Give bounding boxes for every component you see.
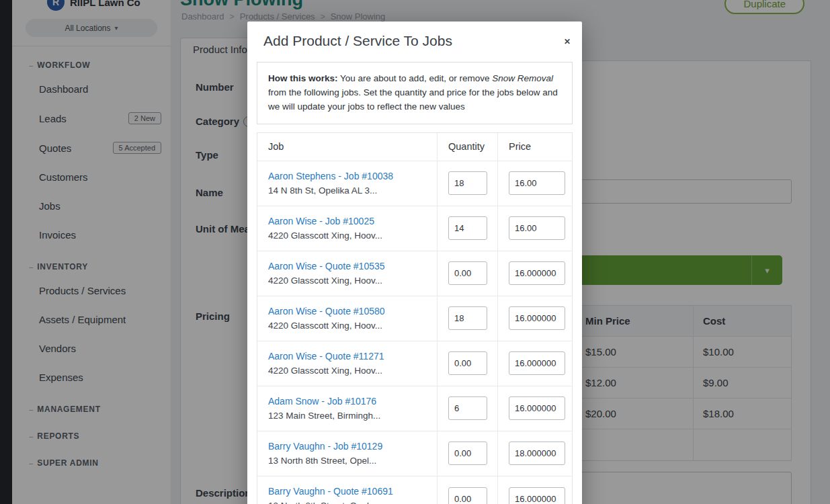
quantity-input[interactable] — [448, 351, 487, 375]
table-row: Aaron Wise - Quote #10535 4220 Glasscott… — [257, 251, 572, 296]
job-link[interactable]: Barry Vaughn - Quote #10691 — [268, 485, 393, 497]
job-address: 4220 Glasscott Xing, Hoov... — [268, 364, 431, 377]
quantity-input[interactable] — [448, 487, 487, 504]
col-quantity: Quantity — [438, 133, 498, 161]
modal-title: Add Product / Service To Jobs — [263, 33, 566, 49]
quantity-input[interactable] — [448, 216, 487, 240]
quantity-input[interactable] — [448, 442, 487, 465]
job-link[interactable]: Adam Snow - Job #10176 — [268, 395, 376, 407]
job-link[interactable]: Aaron Wise - Job #10025 — [268, 215, 374, 227]
jobs-table: Job Quantity Price Aaron Stephens - Job … — [257, 132, 573, 504]
job-link[interactable]: Aaron Stephens - Job #10038 — [268, 170, 393, 182]
price-input[interactable] — [509, 487, 565, 504]
how-this-works-note: How this works: You are about to add, ed… — [257, 62, 573, 124]
col-price: Price — [498, 133, 572, 161]
note-lead: How this works: — [268, 73, 338, 83]
jobs-table-header: Job Quantity Price — [257, 133, 572, 161]
price-input[interactable] — [509, 216, 565, 240]
price-input[interactable] — [509, 306, 565, 330]
table-row: Adam Snow - Job #10176 123 Main Street, … — [257, 386, 572, 431]
job-address: 4220 Glasscott Xing, Hoov... — [268, 319, 431, 332]
table-row: Aaron Wise - Quote #11271 4220 Glasscott… — [257, 341, 572, 386]
col-job: Job — [257, 133, 438, 161]
app-root: R RIIPL Lawn Co All Locations ▾ -- WORKF… — [0, 0, 830, 504]
close-icon[interactable]: ✕ — [564, 38, 571, 46]
quantity-input[interactable] — [448, 261, 487, 285]
add-product-to-jobs-modal: Add Product / Service To Jobs ✕ How this… — [247, 22, 582, 504]
table-row: Aaron Wise - Job #10025 4220 Glasscott X… — [257, 206, 572, 251]
quantity-input[interactable] — [448, 171, 487, 195]
table-row: Aaron Stephens - Job #10038 14 N 8th St,… — [257, 161, 572, 206]
price-input[interactable] — [509, 442, 565, 465]
modal-body: How this works: You are about to add, ed… — [247, 58, 582, 504]
job-address: 13 North 8th Street, Opel... — [268, 499, 431, 504]
price-input[interactable] — [509, 171, 565, 195]
table-row: Barry Vaughn - Quote #10691 13 North 8th… — [257, 476, 572, 504]
job-link[interactable]: Aaron Wise - Quote #10535 — [268, 260, 385, 272]
note-text: from the following jobs. Set the quantit… — [268, 87, 558, 112]
modal-header: Add Product / Service To Jobs ✕ — [247, 22, 582, 58]
price-input[interactable] — [509, 261, 565, 285]
job-link[interactable]: Barry Vaughn - Job #10129 — [268, 440, 382, 452]
job-address: 14 N 8th St, Opelika AL 3... — [268, 184, 431, 197]
price-input[interactable] — [509, 351, 565, 375]
job-address: 4220 Glasscott Xing, Hoov... — [268, 274, 431, 287]
job-address: 13 North 8th Street, Opel... — [268, 454, 431, 467]
job-link[interactable]: Aaron Wise - Quote #11271 — [268, 350, 384, 362]
quantity-input[interactable] — [448, 306, 487, 330]
table-row: Aaron Wise - Quote #10580 4220 Glasscott… — [257, 296, 572, 341]
note-text: You are about to add, edit, or remove — [338, 73, 493, 83]
quantity-input[interactable] — [448, 396, 487, 420]
price-input[interactable] — [509, 396, 565, 420]
job-address: 4220 Glasscott Xing, Hoov... — [268, 229, 431, 242]
job-address: 123 Main Street, Birmingh... — [268, 409, 431, 422]
table-row: Barry Vaughn - Job #10129 13 North 8th S… — [257, 431, 572, 476]
job-link[interactable]: Aaron Wise - Quote #10580 — [268, 305, 385, 317]
note-product-name: Snow Removal — [492, 73, 553, 83]
